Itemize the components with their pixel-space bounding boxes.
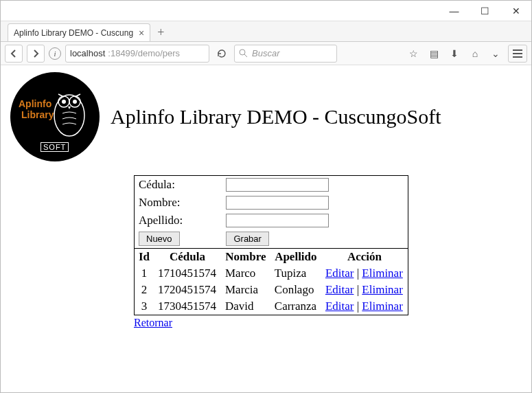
site-info-icon[interactable]: i [49,47,61,60]
search-placeholder: Buscar [252,48,279,58]
apellido-label: Apellido: [135,212,222,229]
page-header: Aplinfo Library SOFT Aplinfo Library DEM… [10,72,522,161]
svg-point-9 [73,100,77,104]
cell-accion: Editar | Eliminar [321,298,408,315]
cell-id: 1 [135,265,154,282]
logo-soft-text: SOFT [41,142,69,152]
th-cedula: Cédula [154,249,221,265]
owl-icon [49,85,90,139]
home-icon[interactable]: ⌂ [467,45,483,62]
cell-apellido: Conlago [270,282,321,298]
th-id: Id [135,249,154,265]
table-row: 2 1720451574 Marcia Conlago Editar | Eli… [135,282,408,298]
cell-apellido: Tupiza [270,265,321,282]
page-content: Aplinfo Library SOFT Aplinfo Library DEM… [1,65,531,336]
back-button[interactable] [5,45,23,63]
main-area: Cédula: Nombre: Apellido: Nuevo Grabar I… [134,175,408,329]
cell-apellido: Carranza [270,298,321,315]
logo-text-1: Aplinfo [19,98,51,109]
close-window-button[interactable]: ✕ [500,1,531,21]
nombre-input[interactable] [226,196,329,210]
browser-tab[interactable]: Aplinfo Library DEMO - Cuscung × [8,23,150,41]
cell-nombre: Marcia [221,282,270,298]
new-tab-button[interactable]: + [157,25,164,41]
edit-link[interactable]: Editar [325,283,354,296]
form-table: Cédula: Nombre: Apellido: Nuevo Grabar [134,175,408,249]
th-apellido: Apellido [270,249,321,265]
browser-toolbar: i localhost:18499/demo/pers Buscar ☆ ▤ ⬇… [1,42,531,65]
th-nombre: Nombre [221,249,270,265]
delete-link[interactable]: Eliminar [362,267,402,280]
table-row: 3 1730451574 David Carranza Editar | Eli… [135,298,408,315]
reload-button[interactable] [213,45,230,62]
nombre-label: Nombre: [135,194,222,212]
hamburger-menu-icon[interactable] [508,45,527,63]
edit-link[interactable]: Editar [325,267,354,280]
downloads-icon[interactable]: ⬇ [446,45,463,62]
cedula-input[interactable] [226,178,329,192]
cell-id: 2 [135,282,154,298]
svg-point-8 [62,100,66,104]
svg-point-0 [240,49,245,55]
minimize-button[interactable]: — [439,1,470,21]
cell-id: 3 [135,298,154,315]
data-table: Id Cédula Nombre Apellido Acción 1 17104… [134,249,408,315]
cell-accion: Editar | Eliminar [321,282,408,298]
url-path: :18499/demo/pers [108,48,180,58]
search-bar[interactable]: Buscar [234,45,337,63]
page-title: Aplinfo Library DEMO - CuscungoSoft [111,105,441,128]
tab-title: Aplinfo Library DEMO - Cuscung [14,28,133,38]
bookmark-star-icon[interactable]: ☆ [405,45,421,62]
table-row: 1 1710451574 Marco Tupiza Editar | Elimi… [135,265,408,282]
cell-nombre: David [221,298,270,315]
cell-nombre: Marco [221,265,270,282]
tab-bar: Aplinfo Library DEMO - Cuscung × + [1,21,531,42]
address-bar[interactable]: localhost:18499/demo/pers [65,45,209,63]
apellido-input[interactable] [226,214,329,227]
cell-cedula: 1710451574 [154,265,221,282]
cell-cedula: 1730451574 [154,298,221,315]
logo: Aplinfo Library SOFT [10,72,100,161]
nuevo-button[interactable]: Nuevo [139,232,180,246]
maximize-button[interactable]: ☐ [470,1,500,21]
pocket-icon[interactable]: ⌄ [487,45,504,62]
forward-button[interactable] [27,45,45,63]
url-host: localhost [70,48,105,58]
edit-link[interactable]: Editar [325,300,354,313]
cell-accion: Editar | Eliminar [321,265,408,282]
cell-cedula: 1720451574 [154,282,221,298]
delete-link[interactable]: Eliminar [362,300,402,313]
close-tab-icon[interactable]: × [139,27,144,38]
delete-link[interactable]: Eliminar [362,283,402,296]
cedula-label: Cédula: [135,176,222,194]
window-titlebar: — ☐ ✕ [1,1,531,21]
search-icon [239,49,248,58]
th-accion: Acción [321,249,408,265]
retornar-link[interactable]: Retornar [134,317,172,329]
svg-line-1 [244,54,247,57]
grabar-button[interactable]: Grabar [226,232,268,246]
reader-icon[interactable]: ▤ [426,45,442,62]
table-header-row: Id Cédula Nombre Apellido Acción [135,249,408,265]
